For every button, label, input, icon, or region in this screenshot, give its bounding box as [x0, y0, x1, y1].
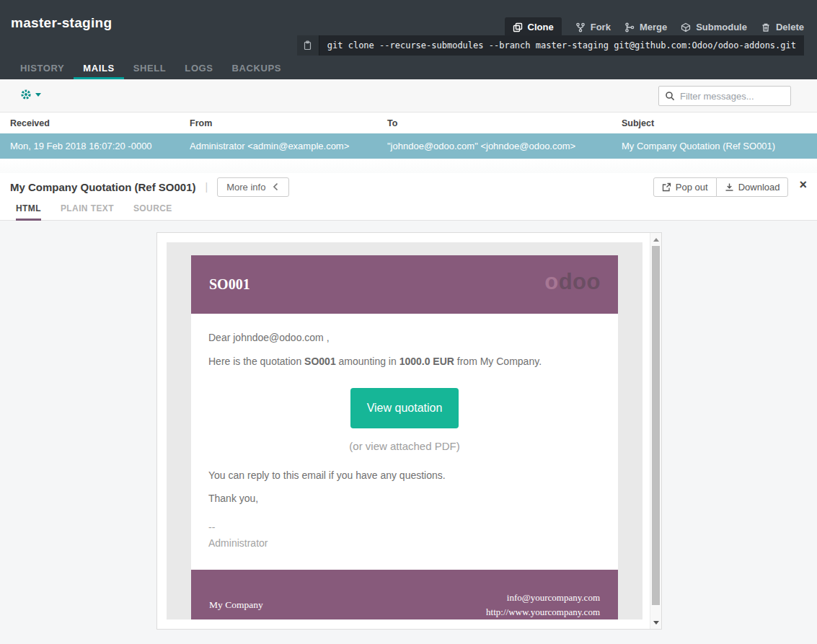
- column-from: From: [190, 118, 387, 128]
- submodule-button[interactable]: Submodule: [681, 22, 747, 32]
- button-wrap: View quotation: [208, 388, 601, 428]
- odoo-logo-rest: doo: [559, 269, 601, 294]
- viewer-controls: Pop out Download ×: [653, 177, 807, 197]
- copy-to-clipboard-button[interactable]: [297, 35, 319, 56]
- row-to: "johndoe@odoo.com" <johndoe@odoo.com>: [387, 141, 622, 151]
- delete-button[interactable]: Delete: [761, 22, 804, 32]
- scrollbar-up-icon[interactable]: [650, 234, 661, 245]
- footer-contact: info@yourcompany.com http://www.yourcomp…: [486, 591, 600, 619]
- table-row[interactable]: Mon, 19 Feb 2018 16:07:20 -0000 Administ…: [0, 133, 817, 159]
- tab-source[interactable]: SOURCE: [133, 200, 172, 221]
- tab-shell[interactable]: SHELL: [124, 60, 176, 79]
- tab-html[interactable]: HTML: [16, 200, 41, 221]
- signature-name: Administrator: [208, 536, 601, 552]
- tab-mails[interactable]: MAILS: [74, 60, 123, 79]
- reply-note: You can reply to this email if you have …: [208, 469, 601, 481]
- email-header-banner: SO001 odoo: [191, 255, 618, 314]
- gear-icon: [20, 89, 32, 100]
- trash-icon: [761, 22, 771, 32]
- chevron-left-icon: [272, 182, 280, 191]
- merge-button[interactable]: Merge: [624, 22, 667, 32]
- mail-table-header: Received From To Subject: [0, 113, 817, 133]
- email-quote-line: Here is the quotation SO001 amounting in…: [208, 356, 601, 367]
- download-button[interactable]: Download: [716, 177, 789, 197]
- branch-title: master-staging: [11, 15, 112, 31]
- footer-email[interactable]: info@yourcompany.com: [507, 592, 600, 603]
- clipboard-icon: [303, 40, 312, 50]
- email-body: Dear johndoe@odoo.com , Here is the quot…: [191, 314, 618, 570]
- column-received: Received: [10, 118, 190, 128]
- caret-down-icon: [35, 93, 41, 97]
- subject-divider: |: [206, 181, 208, 193]
- branch-tabs: HISTORY MAILS SHELL LOGS BACKUPS: [11, 60, 291, 79]
- pop-out-button[interactable]: Pop out: [653, 177, 717, 197]
- merge-icon: [624, 22, 635, 32]
- mail-viewer-header: My Company Quotation (Ref SO001) | More …: [0, 173, 817, 200]
- tab-plain-text[interactable]: PLAIN TEXT: [61, 200, 114, 221]
- odoo-logo: odoo: [544, 270, 601, 293]
- signature-separator: --: [208, 520, 601, 536]
- mail-viewer-tabs: HTML PLAIN TEXT SOURCE: [0, 200, 817, 221]
- column-to: To: [387, 118, 622, 128]
- email-preview-frame: SO001 odoo Dear johndoe@odoo.com , Here …: [156, 232, 662, 630]
- footer-company: My Company: [209, 599, 263, 611]
- branch-actions: Clone Fork Merge: [505, 17, 804, 37]
- branch-header: master-staging Clone Fork: [0, 0, 817, 79]
- more-info-label: More info: [226, 182, 265, 193]
- mail-content-area: SO001 odoo Dear johndoe@odoo.com , Here …: [0, 221, 817, 644]
- email-background: SO001 odoo Dear johndoe@odoo.com , Here …: [167, 242, 642, 619]
- clone-button[interactable]: Clone: [505, 17, 562, 37]
- email-ref: SO001: [209, 276, 250, 293]
- fork-label: Fork: [591, 22, 611, 32]
- settings-dropdown-button[interactable]: [20, 89, 41, 100]
- pop-out-label: Pop out: [676, 182, 708, 193]
- download-label: Download: [738, 182, 780, 193]
- clone-command-bar: git clone --recurse-submodules --branch …: [297, 35, 804, 56]
- table-spacer: [0, 159, 817, 173]
- fork-button[interactable]: Fork: [575, 22, 611, 32]
- filter-messages-input[interactable]: [680, 91, 785, 102]
- quote-ref: SO001: [304, 356, 336, 367]
- email-scrollbar[interactable]: [650, 233, 661, 629]
- email-preview-inner: SO001 odoo Dear johndoe@odoo.com , Here …: [157, 233, 650, 629]
- footer-website[interactable]: http://www.yourcompany.com: [486, 606, 600, 617]
- quote-text: Here is the quotation: [208, 356, 304, 367]
- submodule-icon: [681, 22, 691, 32]
- download-icon: [725, 182, 734, 192]
- merge-label: Merge: [640, 22, 667, 32]
- column-subject: Subject: [622, 118, 817, 128]
- odoo-logo-first: o: [544, 269, 558, 294]
- clone-icon: [513, 22, 523, 32]
- delete-label: Delete: [776, 22, 804, 32]
- scrollbar-down-icon[interactable]: [650, 617, 661, 628]
- email-greeting: Dear johndoe@odoo.com ,: [208, 332, 601, 343]
- thanks-line: Thank you,: [208, 493, 601, 504]
- external-link-icon: [662, 182, 671, 192]
- clone-label: Clone: [528, 22, 554, 32]
- git-clone-command[interactable]: git clone --recurse-submodules --branch …: [319, 35, 804, 56]
- email-footer-banner: My Company info@yourcompany.com http://w…: [191, 570, 618, 619]
- view-quotation-button[interactable]: View quotation: [350, 388, 459, 428]
- filter-messages-box: [658, 86, 791, 106]
- tab-history[interactable]: HISTORY: [11, 60, 74, 79]
- fork-icon: [575, 22, 586, 32]
- tab-logs[interactable]: LOGS: [175, 60, 222, 79]
- email-card: SO001 odoo Dear johndoe@odoo.com , Here …: [191, 255, 618, 619]
- quote-text: amounting in: [336, 356, 399, 367]
- mail-subject: My Company Quotation (Ref SO001): [10, 181, 196, 193]
- submodule-label: Submodule: [696, 22, 747, 32]
- close-icon[interactable]: ×: [799, 178, 807, 191]
- mails-toolbar: [0, 79, 817, 113]
- scrollbar-thumb[interactable]: [652, 246, 660, 605]
- tab-backups[interactable]: BACKUPS: [223, 60, 291, 79]
- row-received: Mon, 19 Feb 2018 16:07:20 -0000: [10, 141, 190, 151]
- quote-text: from My Company.: [454, 356, 542, 367]
- pdf-note: (or view attached PDF): [208, 440, 601, 452]
- more-info-button[interactable]: More info: [217, 177, 289, 197]
- search-icon: [665, 91, 675, 101]
- row-subject: My Company Quotation (Ref SO001): [622, 141, 817, 151]
- quote-amount: 1000.0 EUR: [399, 356, 454, 367]
- row-from: Administrator <admin@example.com>: [190, 141, 387, 151]
